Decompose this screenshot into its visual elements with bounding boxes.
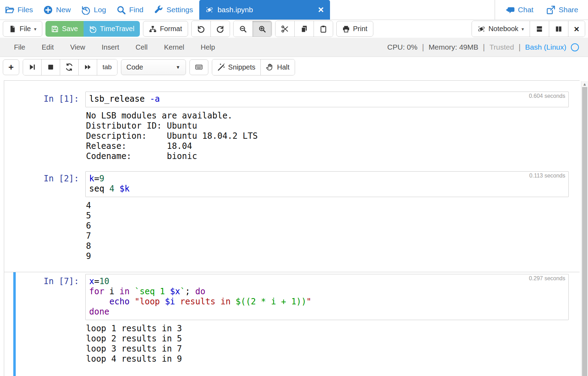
snippets-label: Snippets [228, 63, 256, 71]
zoom-group [233, 21, 272, 37]
status-divider: | [422, 43, 424, 52]
fast-forward-icon [84, 63, 92, 71]
insert-cell-button[interactable]: + [3, 59, 19, 75]
menu-view[interactable]: View [70, 43, 85, 51]
kernel-status-icon [571, 43, 579, 51]
cut-button[interactable] [275, 21, 294, 37]
topbar-new-button[interactable]: New [43, 5, 71, 15]
history-icon [89, 25, 97, 33]
cell-prompt: In [2]: [4, 171, 85, 261]
stop-button[interactable] [41, 59, 60, 75]
split-vertical-button[interactable] [549, 21, 568, 37]
redo-button[interactable] [210, 21, 230, 37]
cell-code[interactable]: lsb_release -a [89, 94, 565, 104]
menu-help[interactable]: Help [201, 43, 215, 51]
clipboard-group [275, 21, 333, 37]
vertical-scrollbar[interactable]: ▲ [581, 81, 588, 376]
snippets-halt-group: Snippets Halt [212, 59, 295, 75]
ipynb-icon [478, 25, 485, 33]
cell-prompt: In [1]: [4, 92, 85, 161]
topbar-settings-label: Settings [166, 6, 193, 14]
snippets-button[interactable]: Snippets [212, 59, 261, 75]
redo-icon [216, 25, 224, 33]
cell-input[interactable]: 0.604 secondslsb_release -a [85, 92, 569, 107]
cell-list: In [1]:0.604 secondslsb_release -aNo LSB… [4, 92, 580, 364]
topbar-settings-button[interactable]: Settings [154, 5, 193, 15]
cell-timing: 0.604 seconds [529, 93, 565, 99]
frame-type-label: Notebook [488, 25, 518, 33]
sitemap-icon [149, 25, 157, 33]
scrollbar-thumb[interactable] [582, 87, 587, 376]
cell-output: No LSB modules are available. Distributo… [86, 111, 569, 161]
topbar-new-label: New [56, 6, 71, 14]
file-tab-label: bash.ipynb [217, 6, 253, 14]
cpu-status: CPU: 0% [387, 43, 417, 51]
format-button[interactable]: Format [143, 21, 188, 37]
cell-input[interactable]: 0.297 secondsx=10for i in `seq 1 $x`; do… [85, 274, 569, 320]
topbar-find-button[interactable]: Find [116, 5, 143, 15]
topbar-share-button[interactable]: Share [546, 5, 578, 15]
notebook-menus: FileEditViewInsertCellKernelHelp [14, 43, 215, 51]
halt-button[interactable]: Halt [260, 59, 295, 75]
kernel-name[interactable]: Bash (Linux) [525, 43, 566, 51]
cell-output: loop 1 results in 3 loop 2 results in 5 … [86, 324, 569, 364]
tab-close-icon[interactable]: × [318, 5, 324, 15]
menu-edit[interactable]: Edit [42, 43, 53, 51]
tab-button-label: tab [102, 63, 112, 71]
zoom-out-button[interactable] [234, 21, 252, 37]
hand-icon [266, 63, 274, 71]
menu-insert[interactable]: Insert [102, 43, 119, 51]
cell-main: 0.113 secondsk=9seq 4 $k4 5 6 7 8 9 [85, 171, 569, 261]
run-group: tab [23, 59, 117, 75]
cell-code[interactable]: x=10for i in `seq 1 $x`; do echo "loop $… [89, 276, 565, 317]
run-cell-button[interactable] [23, 59, 41, 75]
undo-button[interactable] [192, 21, 210, 37]
step-forward-icon [28, 63, 36, 71]
folder-open-icon [5, 5, 14, 15]
close-frame-button[interactable]: × [568, 21, 585, 37]
cell-input[interactable]: 0.113 secondsk=9seq 4 $k [85, 171, 569, 197]
menu-kernel[interactable]: Kernel [164, 43, 184, 51]
topbar-chat-button[interactable]: Chat [505, 5, 533, 15]
file-menu-button[interactable]: File ▾ [3, 21, 42, 37]
menubar: FileEditViewInsertCellKernelHelp CPU: 0%… [0, 38, 588, 57]
undo-redo-group [191, 21, 230, 37]
cell-toolbar: + tab Code ▼ Snippets Halt [0, 57, 588, 77]
print-button[interactable]: Print [336, 21, 373, 37]
timetravel-button[interactable]: TimeTravel [84, 21, 140, 37]
topbar-share-label: Share [559, 6, 578, 14]
tab-complete-button[interactable]: tab [97, 59, 117, 75]
restart-kernel-button[interactable] [60, 59, 78, 75]
menu-cell[interactable]: Cell [136, 43, 148, 51]
file-menu-label: File [20, 25, 31, 33]
save-label: Save [62, 25, 78, 33]
cell-timing: 0.297 seconds [529, 275, 565, 282]
copy-button[interactable] [294, 21, 314, 37]
keyboard-icon [195, 63, 203, 71]
topbar-log-button[interactable]: Log [81, 5, 106, 15]
cell-code[interactable]: k=9seq 4 $k [89, 174, 565, 194]
keyboard-shortcuts-button[interactable] [189, 59, 208, 75]
caret-down-icon: ▾ [34, 26, 36, 32]
paste-button[interactable] [314, 21, 333, 37]
frame-type-button[interactable]: Notebook ▾ [472, 21, 530, 37]
zoom-out-icon [239, 25, 247, 33]
split-horizontal-icon [536, 25, 543, 33]
zoom-in-button[interactable] [252, 21, 272, 37]
plus-icon: + [8, 63, 14, 72]
topbar-files-button[interactable]: Files [5, 5, 33, 15]
run-all-button[interactable] [78, 59, 97, 75]
save-button[interactable]: Save [45, 21, 84, 37]
topbar-log-label: Log [94, 6, 106, 14]
split-horizontal-button[interactable] [530, 21, 549, 37]
save-timetravel-group: Save TimeTravel [45, 21, 140, 37]
main-toolbar: File ▾ Save TimeTravel Format Print [0, 20, 588, 38]
scroll-up-arrow-icon[interactable]: ▲ [581, 81, 588, 87]
menu-file[interactable]: File [14, 43, 25, 51]
file-tab-bash-ipynb[interactable]: bash.ipynb × [199, 0, 330, 20]
copy-icon [300, 25, 308, 33]
status-divider: | [518, 43, 521, 52]
cell-type-select[interactable]: Code ▼ [121, 59, 186, 75]
halt-label: Halt [277, 63, 289, 71]
caret-down-icon: ▾ [522, 26, 524, 32]
